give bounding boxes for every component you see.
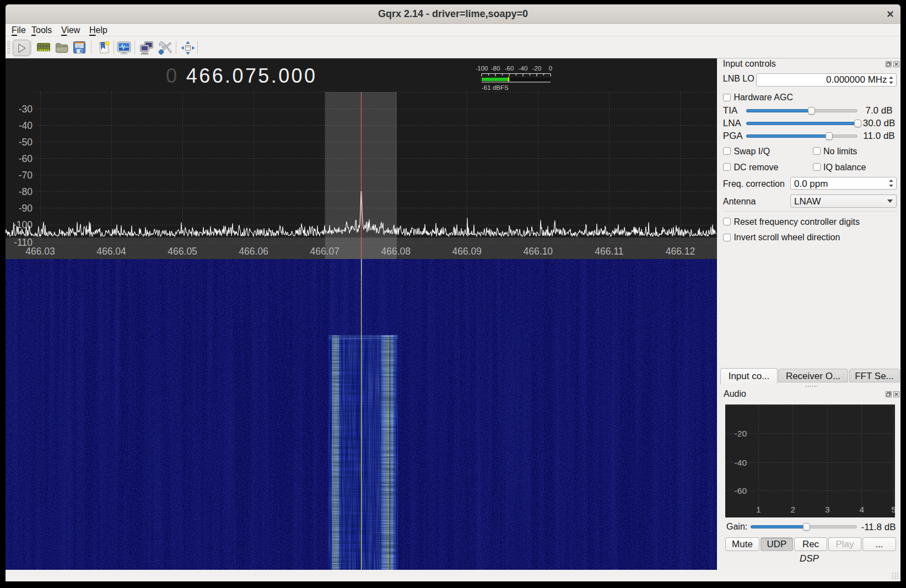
svg-text:466.11: 466.11 xyxy=(595,246,623,257)
svg-text:1: 1 xyxy=(756,505,761,514)
svg-text:0: 0 xyxy=(549,65,552,72)
svg-text:-80: -80 xyxy=(19,186,33,197)
svg-text:466.06: 466.06 xyxy=(239,246,268,257)
svg-text:5: 5 xyxy=(891,505,895,514)
svg-text:-20: -20 xyxy=(532,65,542,72)
svg-text:-70: -70 xyxy=(19,170,33,181)
svg-text:-100: -100 xyxy=(476,65,488,72)
svg-text:2: 2 xyxy=(790,505,795,514)
svg-text:466.09: 466.09 xyxy=(452,246,482,257)
svg-text:-60: -60 xyxy=(505,65,514,72)
svg-text:3: 3 xyxy=(825,505,830,514)
svg-text:466.10: 466.10 xyxy=(524,246,553,257)
svg-text:466.04: 466.04 xyxy=(96,246,126,257)
svg-text:4: 4 xyxy=(859,505,864,514)
svg-text:-90: -90 xyxy=(19,203,33,214)
svg-text:-80: -80 xyxy=(491,65,500,72)
svg-text:-50: -50 xyxy=(19,137,33,148)
svg-text:-60: -60 xyxy=(19,153,33,164)
svg-text:466.08: 466.08 xyxy=(381,246,411,257)
svg-text:-30: -30 xyxy=(19,104,33,115)
svg-text:-60: -60 xyxy=(735,485,747,495)
svg-text:-61 dBFS: -61 dBFS xyxy=(482,84,509,91)
svg-text:-20: -20 xyxy=(735,428,747,438)
svg-text:466.07: 466.07 xyxy=(310,246,339,257)
svg-text:-40: -40 xyxy=(19,120,33,131)
svg-text:-40: -40 xyxy=(735,457,747,467)
svg-text:466.12: 466.12 xyxy=(666,246,695,257)
svg-text:-40: -40 xyxy=(519,65,528,72)
svg-text:466.03: 466.03 xyxy=(25,246,55,257)
svg-text:466.05: 466.05 xyxy=(168,246,197,257)
